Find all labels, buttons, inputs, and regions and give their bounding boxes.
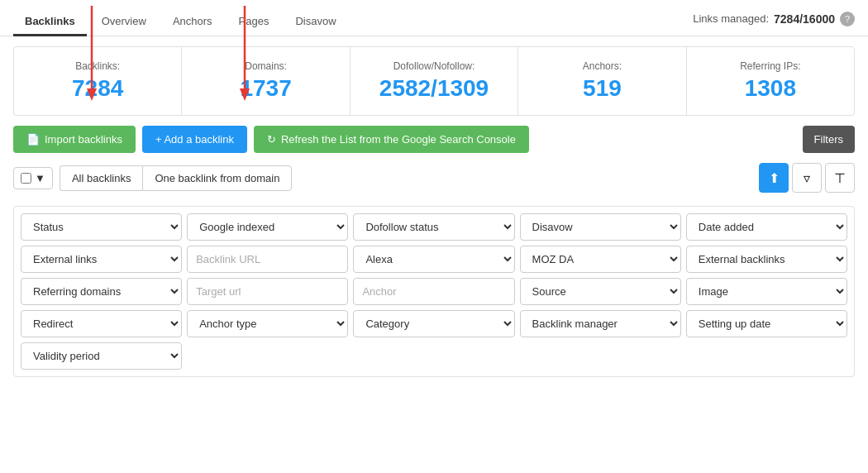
filter-select-1-0[interactable]: External links — [21, 246, 182, 273]
funnel-icon: ▿ — [804, 170, 810, 186]
refresh-label: Refresh the List from the Google Search … — [281, 133, 516, 146]
filter-select-2-3[interactable]: Source — [520, 278, 681, 305]
select-all-checkbox[interactable] — [21, 173, 31, 184]
filter-empty-4-1 — [187, 342, 348, 370]
add-label: + Add a backlink — [155, 133, 234, 146]
filter-select-1-3[interactable]: MOZ DA — [520, 246, 681, 273]
tab-pages[interactable]: Pages — [227, 8, 281, 36]
filter-select-2-4[interactable]: Image — [686, 278, 847, 305]
filter-input-1-1[interactable] — [187, 246, 348, 273]
stat-referring-ips-value: 1308 — [703, 75, 837, 102]
filter-select-2-0[interactable]: Referring domains — [21, 278, 182, 305]
filter-select-1-2[interactable]: Alexa — [353, 246, 514, 273]
stat-backlinks-label: Backlinks: — [31, 60, 165, 72]
filter-select-3-0[interactable]: Redirect — [21, 310, 182, 337]
stat-anchors: Anchors: 519 — [518, 47, 686, 115]
tab-disavow[interactable]: Disavow — [284, 8, 347, 36]
stat-anchors-label: Anchors: — [535, 60, 669, 72]
tab-overview[interactable]: Overview — [90, 8, 158, 36]
filter-select-0-2[interactable]: Dofollow status — [353, 213, 514, 241]
stats-bar: Backlinks: 7284 Domains: 1737 Dofollow/N… — [13, 46, 855, 116]
filter-select-4-0[interactable]: Validity period — [21, 342, 182, 370]
filter-select-0-1[interactable]: Google indexed — [187, 213, 348, 241]
tab-anchors[interactable]: Anchors — [161, 8, 224, 36]
filter-controls: ▼ All backlinks One backlink from domain… — [0, 163, 868, 199]
chevron-down-icon: ▼ — [35, 172, 45, 184]
filter-select-3-3[interactable]: Backlink manager — [520, 310, 681, 337]
filter-select-3-1[interactable]: Anchor type — [187, 310, 348, 337]
filter-select-3-4[interactable]: Setting up date — [686, 310, 847, 337]
stat-backlinks-value: 7284 — [31, 75, 165, 102]
top-navigation: Backlinks Overview Anchors Pages Disavow… — [0, 0, 868, 36]
refresh-button[interactable]: ↻ Refresh the List from the Google Searc… — [254, 126, 529, 153]
backlink-view-toggle: All backlinks One backlink from domain — [60, 165, 293, 191]
filters-button[interactable]: Filters — [803, 126, 855, 153]
stat-referring-ips: Referring IPs: 1308 — [687, 47, 854, 115]
icon-buttons: ⬆ ▿ ⊤ — [759, 163, 855, 193]
stat-referring-ips-label: Referring IPs: — [703, 60, 837, 72]
filter-select-3-2[interactable]: Category — [353, 310, 514, 337]
links-managed-value: 7284/16000 — [774, 12, 835, 26]
filter-empty-4-4 — [686, 342, 847, 370]
one-per-domain-button[interactable]: One backlink from domain — [142, 165, 292, 191]
stat-dofollow-value: 2582/1309 — [367, 75, 501, 102]
chart-button[interactable]: ⊤ — [825, 163, 855, 193]
filter-empty-4-2 — [353, 342, 514, 370]
stat-dofollow-label: Dofollow/Nofollow: — [367, 60, 501, 72]
links-managed-label: Links managed: — [693, 12, 769, 25]
import-icon: 📄 — [26, 133, 40, 146]
filters-label: Filters — [814, 133, 843, 146]
import-label: Import backlinks — [45, 133, 122, 146]
filter-select-1-4[interactable]: External backlinks — [686, 246, 847, 273]
stat-domains-label: Domains: — [198, 60, 332, 72]
filter-select-0-0[interactable]: Status — [21, 213, 182, 241]
filter-input-2-2[interactable] — [353, 278, 514, 305]
stat-anchors-value: 519 — [535, 75, 669, 102]
filter-input-2-1[interactable] — [187, 278, 348, 305]
filter-select-0-3[interactable]: Disavow — [520, 213, 681, 241]
refresh-icon: ↻ — [267, 133, 276, 146]
filter-select-0-4[interactable]: Date added — [686, 213, 847, 241]
stat-domains: Domains: 1737 — [182, 47, 350, 115]
links-managed: Links managed: 7284/16000 ? — [693, 12, 855, 33]
filter-grid: StatusGoogle indexedDofollow statusDisav… — [13, 206, 855, 377]
tab-backlinks[interactable]: Backlinks — [13, 8, 87, 36]
chart-icon: ⊤ — [834, 170, 846, 186]
all-backlinks-button[interactable]: All backlinks — [60, 165, 143, 191]
filter-empty-4-3 — [520, 342, 681, 370]
stat-domains-value: 1737 — [198, 75, 332, 102]
export-icon: ⬆ — [769, 170, 780, 186]
help-icon[interactable]: ? — [840, 12, 855, 26]
stat-dofollow: Dofollow/Nofollow: 2582/1309 — [351, 47, 518, 115]
add-backlink-button[interactable]: + Add a backlink — [142, 126, 247, 153]
import-backlinks-button[interactable]: 📄 Import backlinks — [13, 126, 136, 153]
stat-backlinks: Backlinks: 7284 — [14, 47, 182, 115]
export-button[interactable]: ⬆ — [759, 163, 789, 193]
filter-icon-button[interactable]: ▿ — [792, 163, 822, 193]
row-checkbox-select[interactable]: ▼ — [13, 167, 53, 189]
action-bar: 📄 Import backlinks + Add a backlink ↻ Re… — [0, 126, 868, 163]
nav-tabs: Backlinks Overview Anchors Pages Disavow — [13, 8, 348, 36]
